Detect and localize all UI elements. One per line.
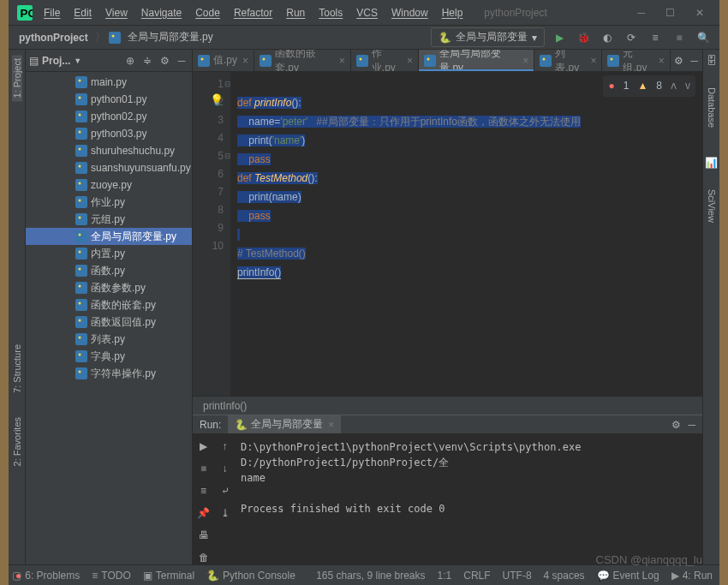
sciview-icon[interactable]: 📊 [705, 157, 718, 169]
run-button[interactable]: ▶ [550, 28, 569, 47]
sciview-tool-button[interactable]: SciView [707, 186, 717, 226]
menu-view[interactable]: View [99, 4, 134, 21]
tree-item[interactable]: main.py [26, 74, 192, 91]
code-editor[interactable]: ⊟ ⊟ 12345678910 💡def printInfo(): name='… [193, 72, 702, 396]
close-icon[interactable]: × [407, 55, 413, 67]
breadcrumb-file[interactable]: 全局与局部变量.py [124, 28, 217, 46]
status-todo[interactable]: ≡ TODO [92, 570, 130, 582]
status-line-sep[interactable]: CRLF [463, 570, 490, 582]
menu-refactor[interactable]: Refactor [228, 4, 278, 21]
layout-button[interactable]: ≡ [195, 482, 212, 499]
editor-tab[interactable]: 作业.py× [351, 50, 419, 71]
tree-item[interactable]: 内置.py [26, 245, 192, 262]
debug-button[interactable]: 🐞 [574, 28, 593, 47]
menu-window[interactable]: Window [385, 4, 434, 21]
menu-navigate[interactable]: Navigate [135, 4, 188, 21]
stop-button[interactable]: ■ [195, 460, 212, 477]
prev-highlight-icon[interactable]: ʌ [671, 77, 677, 95]
tree-item[interactable]: 函数返回值.py [26, 313, 192, 331]
down-button[interactable]: ↓ [217, 460, 234, 477]
hide-icon[interactable]: ─ [688, 419, 695, 431]
gear-icon[interactable]: ⚙ [158, 54, 171, 68]
wrap-button[interactable]: ⤶ [217, 482, 234, 499]
editor-breadcrumb[interactable]: printInfo() [193, 396, 702, 415]
up-button[interactable]: ↑ [217, 438, 234, 455]
gear-icon[interactable]: ⚙ [671, 419, 681, 431]
rerun-button[interactable]: ▶ [195, 438, 212, 455]
editor-tab[interactable]: 列表.py× [534, 50, 602, 71]
tree-item[interactable]: 字典.py [26, 348, 192, 365]
gutter[interactable]: ⊟ ⊟ 12345678910 [193, 72, 230, 396]
expand-icon[interactable]: ≑ [140, 54, 154, 68]
close-button[interactable]: ✕ [695, 7, 704, 19]
close-icon[interactable]: × [328, 419, 334, 431]
menu-run[interactable]: Run [280, 4, 311, 21]
editor-tab[interactable]: 函数的嵌套.py× [254, 50, 351, 71]
tabs-gear-icon[interactable]: ⚙ [671, 50, 687, 71]
chevron-down-icon[interactable]: ▼ [74, 57, 81, 65]
run-tab[interactable]: 🐍 全局与局部变量 × [228, 415, 341, 433]
tree-item[interactable]: python03.py [26, 125, 192, 142]
tree-item[interactable]: shuruheshuchu.py [26, 142, 192, 159]
tree-item[interactable]: suanshuyunsuanfu.py [26, 159, 192, 176]
pin-button[interactable]: 📌 [195, 504, 212, 522]
status-position[interactable]: 1:1 [438, 570, 452, 582]
tree-item[interactable]: 字符串操作.py [26, 365, 192, 382]
status-problems[interactable]: ●6: Problems [15, 570, 80, 582]
maximize-button[interactable]: ☐ [665, 7, 675, 19]
next-highlight-icon[interactable]: v [685, 77, 690, 95]
status-event-log[interactable]: 💬 Event Log [597, 570, 659, 582]
stop-button[interactable]: ■ [670, 28, 689, 47]
editor-tab[interactable]: 值.py× [193, 50, 254, 71]
tree-item[interactable]: python01.py [26, 91, 192, 108]
close-icon[interactable]: × [339, 55, 345, 67]
inspection-widget[interactable]: ●1 ▲8 ʌ v [603, 75, 695, 97]
status-window-icon[interactable]: ▢ [12, 570, 21, 582]
target-icon[interactable]: ⊕ [123, 54, 137, 68]
minimize-button[interactable]: ─ [637, 7, 645, 19]
status-indent[interactable]: 4 spaces [544, 570, 585, 582]
status-terminal[interactable]: ▣ Terminal [143, 570, 194, 582]
scroll-button[interactable]: ⤓ [217, 504, 234, 522]
tree-item[interactable]: 列表.py [26, 331, 192, 348]
close-icon[interactable]: × [659, 55, 665, 67]
project-tool-button[interactable]: 1: Project [12, 55, 22, 101]
tree-item[interactable]: 作业.py [26, 194, 192, 211]
status-python-console[interactable]: 🐍 Python Console [206, 570, 295, 582]
menu-code[interactable]: Code [189, 4, 226, 21]
editor-tab[interactable]: 全局与局部变量.py× [419, 50, 534, 71]
search-button[interactable]: 🔍 [694, 28, 713, 47]
close-icon[interactable]: × [590, 55, 596, 67]
intention-bulb-icon[interactable]: 💡 [210, 91, 224, 109]
tabs-hide-icon[interactable]: ─ [686, 50, 702, 71]
project-tree[interactable]: main.pypython01.pypython02.pypython03.py… [26, 72, 192, 564]
coverage-button[interactable]: ◐ [598, 28, 617, 47]
close-icon[interactable]: × [242, 55, 248, 67]
tree-item[interactable]: zuoye.py [26, 176, 192, 194]
tree-item[interactable]: 函数参数.py [26, 279, 192, 296]
menu-vcs[interactable]: VCS [350, 4, 384, 21]
menu-tools[interactable]: Tools [313, 4, 349, 21]
structure-tool-button[interactable]: 7: Structure [12, 341, 22, 397]
tree-item[interactable]: 函数的嵌套.py [26, 296, 192, 313]
favorites-tool-button[interactable]: 2: Favorites [12, 414, 22, 469]
menu-file[interactable]: File [38, 4, 66, 21]
close-icon[interactable]: × [522, 55, 528, 67]
trash-button[interactable]: 🗑 [195, 549, 212, 564]
run-config-selector[interactable]: 🐍 全局与局部变量 ▾ [431, 27, 545, 47]
breadcrumb-project[interactable]: pythonProject [15, 30, 92, 45]
menu-edit[interactable]: Edit [68, 4, 98, 21]
hide-icon[interactable]: ─ [175, 54, 188, 68]
code-area[interactable]: 💡def printInfo(): name='peter' ##局部变量：只作… [230, 72, 702, 396]
concurrency-button[interactable]: ≡ [646, 28, 665, 47]
menu-help[interactable]: Help [436, 4, 469, 21]
console-output[interactable]: D:\pythonProject1\pythonProject\venv\Scr… [236, 434, 702, 564]
print-button[interactable]: 🖶 [195, 527, 212, 544]
tree-item[interactable]: python02.py [26, 108, 192, 125]
tree-item[interactable]: 元组.py [26, 211, 192, 228]
editor-tab[interactable]: 元组.py× [602, 50, 670, 71]
status-run[interactable]: ▶ 4: Run [671, 570, 713, 582]
database-icon[interactable]: 🗄 [707, 55, 717, 67]
profile-button[interactable]: ⟳ [622, 28, 641, 47]
tree-item[interactable]: 全局与局部变量.py [26, 228, 192, 245]
